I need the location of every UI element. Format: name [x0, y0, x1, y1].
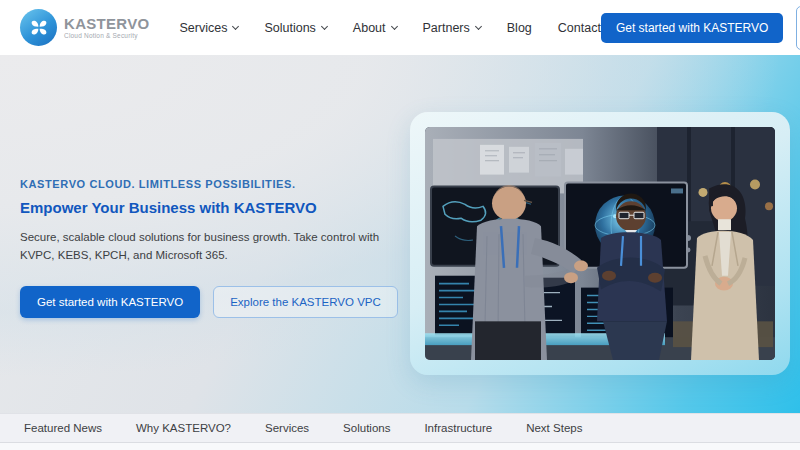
brand-tagline: Cloud Notion & Security: [64, 33, 149, 40]
subnav-solutions[interactable]: Solutions: [343, 422, 390, 434]
hero-image-card: [410, 112, 790, 375]
hero-description: Secure, scalable cloud solutions for bus…: [20, 229, 380, 265]
nav-partners[interactable]: Partners: [423, 21, 481, 35]
nav-solutions[interactable]: Solutions: [264, 21, 326, 35]
subnav-services[interactable]: Services: [265, 422, 309, 434]
get-started-button[interactable]: Get started with KASTERVO: [601, 13, 784, 43]
chevron-down-icon: [390, 22, 397, 29]
brand-name: KASTERVO: [64, 16, 149, 31]
subnav-next-steps[interactable]: Next Steps: [526, 422, 582, 434]
sign-in-button[interactable]: Sign In: [796, 6, 800, 50]
hero-photo-team-monitoring-room: [425, 127, 775, 360]
nav-services[interactable]: Services: [179, 21, 238, 35]
nav-blog[interactable]: Blog: [507, 21, 532, 35]
hero-section: KASTERVO CLOUD. LIMITLESS POSSIBILITIES.…: [0, 55, 800, 413]
hero-explore-vpc-button[interactable]: Explore the KASTERVO VPC: [213, 286, 398, 318]
nav-contact[interactable]: Contact: [558, 21, 601, 35]
main-nav: Services Solutions About Partners Blog C…: [179, 21, 600, 35]
chevron-down-icon: [232, 22, 239, 29]
brand-logo[interactable]: KASTERVO Cloud Notion & Security: [20, 9, 149, 46]
footer-strip: [0, 442, 800, 450]
hero-title: Empower Your Business with KASTERVO: [20, 199, 398, 216]
chevron-down-icon: [321, 22, 328, 29]
subnav-why-kastervo[interactable]: Why KASTERVO?: [136, 422, 231, 434]
nav-about[interactable]: About: [353, 21, 397, 35]
subnav-infrastructure[interactable]: Infrastructure: [424, 422, 492, 434]
butterfly-shield-icon: [26, 15, 52, 41]
top-navbar: KASTERVO Cloud Notion & Security Service…: [0, 0, 800, 55]
hero-get-started-button[interactable]: Get started with KASTERVO: [20, 286, 200, 318]
kastervo-logo-icon: [20, 9, 57, 46]
hero-eyebrow: KASTERVO CLOUD. LIMITLESS POSSIBILITIES.: [20, 178, 398, 190]
subnav-featured-news[interactable]: Featured News: [24, 422, 102, 434]
section-subnav: Featured News Why KASTERVO? Services Sol…: [0, 413, 800, 442]
chevron-down-icon: [475, 22, 482, 29]
